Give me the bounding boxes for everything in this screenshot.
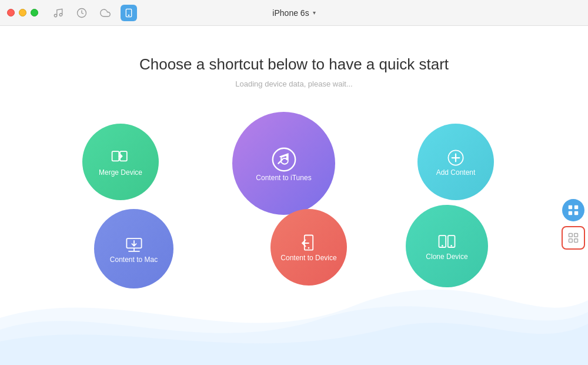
svg-point-5 <box>128 15 129 15</box>
content-to-device-label: Content to Device <box>280 254 336 262</box>
svg-rect-26 <box>569 234 573 237</box>
content-area: Choose a shortcut below to have a quick … <box>0 26 588 300</box>
clone-device-label: Clone Device <box>426 253 467 261</box>
grid-side-button[interactable] <box>562 226 585 250</box>
close-button[interactable] <box>7 9 15 16</box>
svg-rect-23 <box>574 205 578 209</box>
content-to-mac-button[interactable]: Content to Mac <box>94 209 173 288</box>
svg-rect-27 <box>574 234 578 237</box>
svg-rect-29 <box>574 239 578 243</box>
loading-subtitle: Loading device data, please wait... <box>235 79 352 88</box>
svg-rect-22 <box>569 205 572 209</box>
merge-icon <box>110 147 131 168</box>
settings-icon[interactable] <box>74 5 90 21</box>
merge-device-button[interactable]: Merge Device <box>82 124 159 200</box>
titlebar: iPhone 6s ▾ <box>0 0 588 26</box>
shortcuts-grid: Merge Device Content to iTunes Add Con <box>71 118 517 300</box>
cloud-icon[interactable] <box>97 5 113 21</box>
svg-rect-28 <box>569 239 573 243</box>
content-to-device-button[interactable]: Content to Device <box>270 209 347 286</box>
svg-point-0 <box>54 14 57 17</box>
chevron-down-icon: ▾ <box>313 9 316 16</box>
svg-rect-25 <box>574 211 578 215</box>
add-content-button[interactable]: Add Content <box>417 124 494 200</box>
toolbar-icons <box>50 5 137 21</box>
svg-point-20 <box>442 245 443 247</box>
add-content-label: Add Content <box>436 168 476 177</box>
content-to-mac-label: Content to Mac <box>110 256 158 264</box>
svg-point-8 <box>272 148 295 170</box>
main-content: Choose a shortcut below to have a quick … <box>0 26 588 365</box>
content-to-itunes-button[interactable]: Content to iTunes <box>232 112 335 215</box>
device-name-label: iPhone 6s <box>272 8 309 18</box>
svg-point-21 <box>450 245 452 247</box>
merge-device-label: Merge Device <box>99 168 142 177</box>
device-icon <box>298 233 319 254</box>
mac-icon <box>123 234 145 256</box>
music-icon[interactable] <box>50 5 66 21</box>
device-title[interactable]: iPhone 6s ▾ <box>272 8 315 18</box>
svg-rect-6 <box>112 151 119 161</box>
maximize-button[interactable] <box>31 9 38 16</box>
svg-rect-24 <box>569 211 572 215</box>
right-panel <box>559 52 588 365</box>
clone-icon <box>436 231 457 253</box>
svg-point-16 <box>308 247 310 249</box>
traffic-lights <box>7 9 38 16</box>
svg-point-1 <box>59 13 62 16</box>
device-tab-icon[interactable] <box>121 5 137 21</box>
minimize-button[interactable] <box>19 9 26 16</box>
itunes-icon <box>270 145 298 174</box>
page-title: Choose a shortcut below to have a quick … <box>139 55 449 74</box>
itunes-label: Content to iTunes <box>256 174 311 182</box>
grid-icon <box>567 232 579 244</box>
info-side-button[interactable] <box>562 199 584 221</box>
add-icon <box>445 147 466 168</box>
info-icon <box>567 204 580 217</box>
clone-device-button[interactable]: Clone Device <box>406 205 488 287</box>
